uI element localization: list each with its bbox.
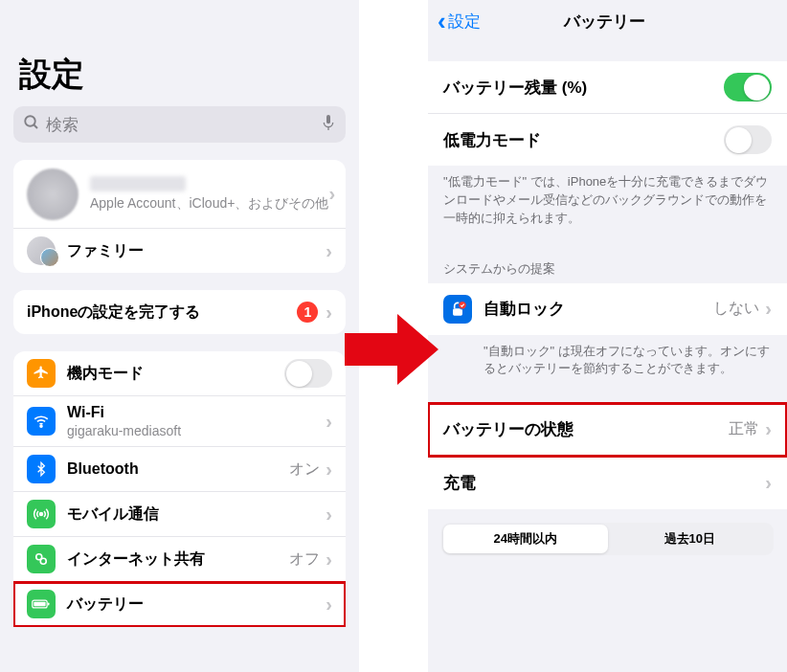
battery-health-section: バッテリーの状態 正常 › 充電 › bbox=[428, 403, 787, 509]
account-card: Apple Account、iCloud+、およびその他 › ファミリー › bbox=[13, 160, 346, 273]
svg-point-4 bbox=[40, 425, 42, 427]
cellular-icon bbox=[27, 500, 56, 528]
battery-percent-toggle[interactable] bbox=[724, 73, 772, 101]
chevron-right-icon: › bbox=[326, 504, 332, 526]
battery-health-row[interactable]: バッテリーの状態 正常 › bbox=[428, 403, 787, 457]
account-name-redacted bbox=[90, 176, 186, 191]
mic-icon[interactable] bbox=[321, 113, 336, 136]
battery-toggles-section: バッテリー残量 (%) 低電力モード bbox=[428, 61, 787, 166]
svg-rect-10 bbox=[48, 602, 50, 605]
airplane-icon bbox=[27, 359, 56, 388]
settings-list: 機内モード Wi-Fi gigaraku-mediasoft › Bluetoo… bbox=[13, 351, 346, 627]
chevron-right-icon: › bbox=[326, 594, 332, 616]
autolock-footer: "自動ロック" は現在オフになっています。オンにするとバッテリーを節約することが… bbox=[428, 335, 787, 394]
apple-account-row[interactable]: Apple Account、iCloud+、およびその他 › bbox=[13, 160, 346, 229]
search-input[interactable]: 検索 bbox=[13, 106, 346, 143]
bluetooth-value: オン bbox=[289, 459, 320, 480]
svg-point-5 bbox=[40, 513, 43, 516]
battery-percent-row[interactable]: バッテリー残量 (%) bbox=[428, 61, 787, 114]
family-row[interactable]: ファミリー › bbox=[13, 229, 346, 273]
hotspot-row[interactable]: インターネット共有 オフ › bbox=[13, 537, 346, 582]
autolock-label: 自動ロック bbox=[483, 298, 713, 320]
battery-health-label: バッテリーの状態 bbox=[443, 418, 729, 440]
family-label: ファミリー bbox=[67, 241, 326, 261]
bluetooth-label: Bluetooth bbox=[67, 460, 289, 478]
svg-rect-2 bbox=[326, 115, 330, 123]
battery-settings-pane: ‹ 設定 バッテリー バッテリー残量 (%) 低電力モード "低電力モード" で… bbox=[428, 0, 787, 672]
low-power-toggle[interactable] bbox=[724, 125, 772, 154]
wifi-row[interactable]: Wi-Fi gigaraku-mediasoft › bbox=[13, 396, 346, 447]
svg-marker-13 bbox=[345, 314, 438, 385]
chevron-right-icon: › bbox=[326, 459, 332, 481]
charging-label: 充電 bbox=[443, 472, 765, 494]
wifi-value: gigaraku-mediasoft bbox=[67, 423, 326, 438]
charging-row[interactable]: 充電 › bbox=[428, 457, 787, 509]
low-power-label: 低電力モード bbox=[443, 129, 724, 151]
chevron-right-icon: › bbox=[765, 418, 772, 440]
svg-rect-9 bbox=[34, 602, 45, 607]
hotspot-icon bbox=[27, 545, 56, 573]
wifi-icon bbox=[27, 407, 56, 436]
svg-point-7 bbox=[40, 558, 46, 564]
nav-title: バッテリー bbox=[433, 11, 777, 33]
battery-percent-label: バッテリー残量 (%) bbox=[443, 77, 724, 99]
svg-rect-11 bbox=[453, 308, 462, 316]
battery-icon bbox=[27, 590, 56, 618]
suggestions-header: システムからの提案 bbox=[428, 243, 787, 283]
hotspot-value: オフ bbox=[289, 549, 320, 570]
low-power-footer: "低電力モード" では、iPhoneを十分に充電できるまでダウンロードやメール受… bbox=[428, 166, 787, 243]
hotspot-label: インターネット共有 bbox=[67, 549, 289, 570]
finish-setup-label: iPhoneの設定を完了する bbox=[27, 302, 297, 323]
battery-row[interactable]: バッテリー › bbox=[13, 582, 346, 627]
annotation-arrow-icon bbox=[345, 306, 440, 396]
autolock-value: しない bbox=[713, 299, 759, 319]
page-title: 設定 bbox=[0, 0, 359, 106]
bluetooth-row[interactable]: Bluetooth オン › bbox=[13, 447, 346, 492]
airplane-mode-row[interactable]: 機内モード bbox=[13, 351, 346, 396]
battery-label: バッテリー bbox=[67, 594, 326, 615]
svg-line-1 bbox=[34, 124, 37, 128]
cellular-label: モバイル通信 bbox=[67, 504, 326, 525]
nav-bar: ‹ 設定 バッテリー bbox=[428, 0, 787, 42]
wifi-label: Wi-Fi bbox=[67, 404, 326, 421]
chevron-right-icon: › bbox=[326, 302, 332, 324]
time-range-segment[interactable]: 24時間以内 過去10日 bbox=[441, 523, 774, 555]
low-power-row[interactable]: 低電力モード bbox=[428, 114, 787, 166]
chevron-right-icon: › bbox=[765, 298, 772, 320]
battery-health-value: 正常 bbox=[729, 419, 759, 439]
account-subtitle: Apple Account、iCloud+、およびその他 bbox=[90, 195, 328, 213]
finish-setup-row[interactable]: iPhoneの設定を完了する 1 › bbox=[13, 290, 346, 334]
chevron-right-icon: › bbox=[328, 183, 335, 205]
segment-10days[interactable]: 過去10日 bbox=[608, 525, 773, 553]
suggestions-section: 自動ロック しない › bbox=[428, 283, 787, 335]
search-icon bbox=[23, 114, 40, 135]
chevron-right-icon: › bbox=[326, 411, 332, 433]
svg-point-0 bbox=[25, 116, 35, 126]
autolock-icon bbox=[443, 295, 472, 324]
avatar bbox=[27, 168, 79, 220]
chevron-right-icon: › bbox=[326, 240, 332, 262]
segment-24h[interactable]: 24時間以内 bbox=[443, 525, 608, 553]
notification-badge: 1 bbox=[297, 302, 318, 323]
cellular-row[interactable]: モバイル通信 › bbox=[13, 492, 346, 537]
chevron-right-icon: › bbox=[765, 472, 772, 494]
bluetooth-icon bbox=[27, 455, 56, 483]
settings-root-pane: 設定 検索 Apple Account、iCloud+、およびその他 › bbox=[0, 0, 359, 672]
autolock-row[interactable]: 自動ロック しない › bbox=[428, 283, 787, 335]
airplane-label: 機内モード bbox=[67, 364, 284, 384]
search-placeholder: 検索 bbox=[46, 114, 321, 136]
chevron-right-icon: › bbox=[326, 549, 332, 571]
family-avatar-icon bbox=[27, 236, 56, 265]
airplane-toggle[interactable] bbox=[284, 359, 332, 388]
finish-setup-card: iPhoneの設定を完了する 1 › bbox=[13, 290, 346, 334]
